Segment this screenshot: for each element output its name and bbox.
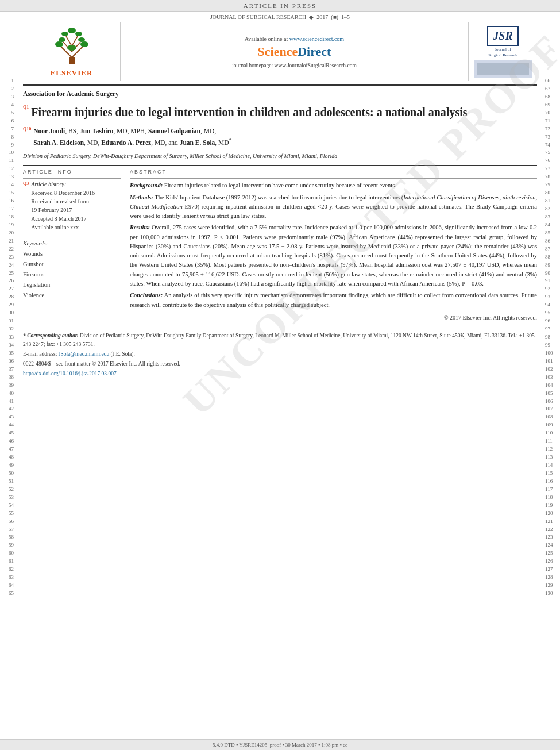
email-label: E-mail address:	[23, 351, 59, 357]
journal-name: JOURNAL OF SURGICAL RESEARCH	[210, 14, 306, 20]
available-online: Available online xxx	[31, 223, 95, 232]
conclusions-label: Conclusions:	[130, 292, 163, 298]
jsr-logo-section: JSR Journal ofSurgical Research	[468, 22, 537, 81]
svg-rect-16	[477, 63, 529, 75]
journal-center: Available online at www.sciencedirect.co…	[121, 22, 468, 81]
jsr-subtitle: Journal ofSurgical Research	[488, 47, 517, 57]
q3-marker: Q3	[23, 181, 29, 186]
keywords-label: Keywords:	[23, 240, 121, 247]
footnote-section: * Corresponding author. Division of Pedi…	[23, 328, 537, 378]
received-revised-label: Received in revised form	[31, 197, 95, 206]
info-divider-1	[23, 178, 121, 179]
email-suffix: (J.E. Sola).	[111, 351, 135, 357]
copyright: © 2017 Elsevier Inc. All rights reserved…	[130, 313, 537, 322]
authors: Noor Joudi, BS, Jun Tashiro, MD, MPH, Sa…	[33, 126, 231, 148]
svg-line-6	[72, 36, 78, 46]
svg-point-11	[61, 32, 68, 36]
bottom-bar-text: 5.4.0 DTD ▪ YJSRE14205_proof ▪ 30 March …	[213, 742, 347, 748]
line-numbers-right: 6667686970 7172737475 7677787980 8182838…	[543, 22, 560, 739]
accepted-date: Accepted 8 March 2017	[31, 214, 95, 223]
two-column-section: ARTICLE INFO Q3 Article history: Receive…	[23, 169, 537, 322]
methods-text: The Kids' Inpatient Database (1997-2012)…	[130, 194, 537, 220]
results-text: Overall, 275 cases were identified, with…	[130, 224, 537, 287]
jsr-thumbnail	[474, 60, 532, 78]
aip-text: ARTICLE IN PRESS	[244, 2, 316, 9]
abstract-column: ABSTRACT Background: Firearm injuries re…	[130, 169, 537, 322]
keyword-violence: Violence	[23, 290, 121, 301]
corresponding-text: Division of Pediatric Surgery, DeWitt-Da…	[23, 333, 535, 347]
svg-point-13	[68, 28, 76, 33]
svg-point-9	[59, 37, 65, 42]
received-revised-date: 19 February 2017	[31, 206, 95, 214]
abstract-header: ABSTRACT	[130, 169, 537, 175]
article-info-column: ARTICLE INFO Q3 Article history: Receive…	[23, 169, 121, 322]
corresponding-label: * Corresponding author.	[23, 333, 80, 339]
keyword-gunshot: Gunshot	[23, 259, 121, 270]
results-label: Results:	[130, 224, 150, 230]
keyword-firearms: Firearms	[23, 270, 121, 280]
main-area: 12345 678910 1112131415 1617181920 21222…	[0, 22, 560, 739]
email-link[interactable]: JSola@med.miami.edu	[59, 351, 109, 357]
paper-header: ELSEVIER Available online at www.science…	[23, 22, 537, 86]
association-line: Association for Academic Surgery	[23, 90, 537, 97]
bottom-bar: 5.4.0 DTD ▪ YJSRE14205_proof ▪ 30 March …	[0, 739, 560, 750]
svg-point-8	[80, 41, 88, 47]
background-label: Background:	[130, 182, 163, 189]
elsevier-logo-section: ELSEVIER	[23, 22, 121, 81]
line-numbers-left: 12345 678910 1112131415 1617181920 21222…	[0, 22, 17, 739]
q10-marker: Q10	[23, 126, 31, 132]
journal-homepage: journal homepage: www.JournalofSurgicalR…	[232, 63, 357, 68]
conclusions-text: An analysis of this very specific injury…	[130, 292, 537, 307]
doi-link[interactable]: http://dx.doi.org/10.1016/j.jss.2017.03.…	[23, 371, 117, 376]
affiliation: Division of Pediatric Surgery, DeWitt-Da…	[23, 152, 537, 160]
issn-text: 0022-4804/$ – see front matter © 2017 El…	[23, 361, 180, 367]
article-title: Firearm injuries due to legal interventi…	[31, 105, 467, 120]
svg-line-5	[66, 36, 72, 46]
elsevier-wordmark: ELSEVIER	[51, 68, 93, 78]
abstract-text: Background: Firearm injuries related to …	[130, 181, 537, 322]
paper-content: ELSEVIER Available online at www.science…	[17, 22, 543, 739]
elsevier-tree-icon	[49, 26, 95, 66]
keyword-legislation: Legislation	[23, 280, 121, 290]
methods-label: Methods:	[130, 194, 153, 201]
sciencedirect-logo: ScienceDirect	[258, 44, 331, 59]
sciencedirect-url[interactable]: www.sciencedirect.com	[289, 36, 344, 42]
svg-point-10	[78, 37, 85, 42]
keyword-wounds: Wounds	[23, 249, 121, 259]
jsr-abbreviation: JSR	[487, 26, 518, 46]
article-info-header: ARTICLE INFO	[23, 169, 121, 175]
svg-point-12	[75, 32, 82, 36]
aip-banner: ARTICLE IN PRESS	[0, 0, 560, 12]
info-divider-2	[23, 234, 121, 234]
available-online-label: Available online at www.sciencedirect.co…	[245, 36, 344, 42]
q1-marker: Q1	[23, 105, 29, 110]
abstract-divider	[130, 178, 537, 179]
keywords-section: Keywords: Wounds Gunshot Firearms Legisl…	[23, 240, 121, 300]
journal-year: 2017	[316, 14, 328, 20]
background-text: Firearm injuries related to legal interv…	[164, 182, 396, 189]
journal-issue: 1–5	[341, 14, 350, 20]
history-label: Article history:	[31, 181, 95, 187]
title-divider	[23, 101, 537, 101]
svg-point-7	[55, 41, 63, 47]
received-date: Received 8 December 2016	[31, 189, 95, 197]
page: ARTICLE IN PRESS JOURNAL OF SURGICAL RES…	[0, 0, 560, 750]
svg-point-14	[67, 45, 76, 51]
body-divider	[23, 165, 537, 166]
journal-bar: JOURNAL OF SURGICAL RESEARCH ◆ 2017 (■) …	[0, 12, 560, 22]
svg-rect-0	[69, 57, 75, 64]
